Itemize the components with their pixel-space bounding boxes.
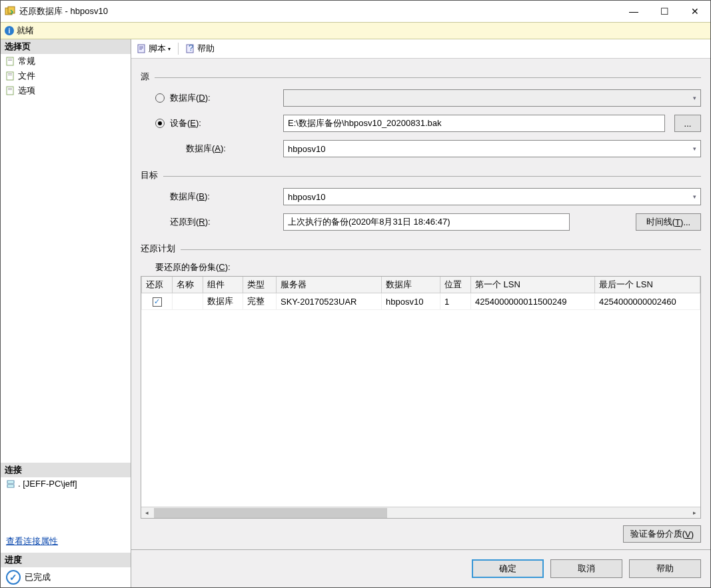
col-server[interactable]: 服务器 (277, 277, 382, 293)
svg-rect-7 (8, 75, 12, 75)
scroll-right-arrow[interactable]: ▸ (689, 508, 700, 518)
svg-rect-9 (8, 88, 12, 89)
svg-rect-8 (7, 87, 13, 95)
cell-server: SKY-20170523UAR (277, 293, 382, 310)
svg-text:?: ? (189, 44, 193, 53)
col-first-lsn[interactable]: 第一个 LSN (471, 277, 595, 293)
table-row[interactable]: ✓ 数据库 完整 SKY-20170523UAR hbposv10 1 4254… (142, 293, 700, 310)
svg-rect-3 (8, 59, 12, 59)
browse-device-button[interactable]: ... (674, 115, 701, 132)
svg-rect-11 (7, 481, 14, 483)
sidebar: 选择页 常规 文件 选项 连接 . [JEFF-PC\jeff] 查看连接属性 … (1, 39, 131, 587)
script-label: 脚本 (149, 43, 166, 55)
col-type[interactable]: 类型 (243, 277, 277, 293)
content-panel: 脚本 ▾ ? 帮助 源 数据库(D): ▾ 设备(E): ... (131, 39, 710, 587)
svg-rect-6 (8, 73, 12, 74)
col-last-lsn[interactable]: 最后一个 LSN (595, 277, 700, 293)
help-label: 帮助 (197, 43, 215, 55)
window-title: 还原数据库 - hbposv10 (19, 5, 108, 17)
sidebar-item-general[interactable]: 常规 (1, 54, 131, 69)
backupset-label: 要还原的备份集(C): (155, 261, 701, 273)
cell-last-lsn: 4254000000002460 (595, 293, 700, 310)
toolbar: 脚本 ▾ ? 帮助 (131, 39, 710, 59)
verify-media-button[interactable]: 验证备份介质(V) (623, 525, 701, 543)
page-icon (6, 57, 15, 66)
col-restore[interactable]: 还原 (142, 277, 173, 293)
device-path-input[interactable] (283, 115, 665, 132)
source-sub-db-select[interactable]: hbposv10▾ (283, 140, 701, 157)
target-db-select[interactable]: hbposv10▾ (283, 188, 701, 205)
help-icon: ? (186, 44, 195, 53)
plan-group-header: 还原计划 (141, 243, 701, 255)
svg-rect-4 (8, 60, 12, 61)
connection-text: . [JEFF-PC\jeff] (18, 479, 77, 489)
timeline-button[interactable]: 时间线(T)... (636, 213, 701, 231)
source-device-label: 设备(E): (170, 117, 283, 129)
cell-position: 1 (440, 293, 471, 310)
sidebar-progress-header: 进度 (1, 553, 131, 567)
horizontal-scrollbar[interactable]: ◂ ▸ (141, 507, 700, 518)
dropdown-icon: ▾ (168, 46, 171, 52)
col-component[interactable]: 组件 (203, 277, 243, 293)
col-database[interactable]: 数据库 (382, 277, 440, 293)
info-icon: i (5, 26, 14, 35)
help-button[interactable]: ? 帮助 (184, 42, 217, 55)
row-checkbox[interactable]: ✓ (153, 297, 162, 307)
cell-first-lsn: 4254000000011500249 (471, 293, 595, 310)
progress-status: ✓ 已完成 (1, 567, 131, 587)
restore-to-input[interactable] (283, 213, 570, 231)
sidebar-item-label: 常规 (18, 55, 35, 67)
cell-component: 数据库 (203, 293, 243, 310)
col-name[interactable]: 名称 (173, 277, 203, 293)
chevron-down-icon: ▾ (693, 145, 696, 152)
titlebar: 还原数据库 - hbposv10 — ☐ ✕ (1, 1, 710, 22)
sidebar-item-label: 文件 (18, 70, 35, 82)
restore-to-label: 还原到(R): (155, 216, 283, 228)
script-button[interactable]: 脚本 ▾ (135, 42, 173, 55)
connection-value: . [JEFF-PC\jeff] (1, 477, 131, 490)
view-connection-properties-link[interactable]: 查看连接属性 (1, 534, 131, 549)
target-db-label: 数据库(B): (155, 191, 283, 203)
radio-source-database[interactable] (155, 93, 165, 103)
sidebar-item-files[interactable]: 文件 (1, 69, 131, 83)
source-group-header: 源 (141, 71, 701, 83)
cancel-button[interactable]: 取消 (550, 559, 622, 578)
scroll-left-arrow[interactable]: ◂ (141, 508, 153, 518)
sidebar-item-label: 选项 (18, 85, 35, 97)
check-circle-icon: ✓ (6, 570, 21, 585)
progress-text: 已完成 (25, 571, 51, 583)
svg-rect-5 (7, 72, 13, 80)
backupset-grid[interactable]: 还原 名称 组件 类型 服务器 数据库 位置 第一个 LSN 最后一个 LSN (141, 276, 701, 519)
target-group-header: 目标 (141, 169, 701, 181)
dialog-footer: 确定 取消 帮助 (131, 549, 710, 587)
source-db-select[interactable]: ▾ (283, 89, 701, 107)
chevron-down-icon: ▾ (693, 95, 696, 101)
toolbar-separator (178, 43, 179, 55)
scroll-thumb[interactable] (154, 508, 387, 518)
sidebar-connection-header: 连接 (1, 463, 131, 477)
minimize-button[interactable]: — (618, 1, 649, 22)
status-text: 就绪 (17, 25, 34, 37)
source-sub-db-label: 数据库(A): (155, 143, 283, 155)
svg-rect-13 (138, 45, 145, 53)
ok-button[interactable]: 确定 (472, 559, 544, 578)
close-button[interactable]: ✕ (680, 1, 710, 22)
server-icon (6, 479, 15, 489)
help-footer-button[interactable]: 帮助 (629, 559, 701, 578)
col-position[interactable]: 位置 (440, 277, 471, 293)
cell-database: hbposv10 (382, 293, 440, 310)
sidebar-item-options[interactable]: 选项 (1, 83, 131, 98)
maximize-button[interactable]: ☐ (649, 1, 680, 22)
radio-source-device[interactable] (155, 119, 165, 128)
page-icon (6, 86, 15, 95)
svg-rect-12 (7, 485, 14, 487)
page-icon (6, 71, 15, 81)
svg-rect-2 (7, 57, 13, 65)
source-db-label: 数据库(D): (170, 92, 283, 104)
sidebar-select-page-header: 选择页 (1, 39, 131, 54)
svg-rect-10 (8, 89, 12, 90)
cell-type: 完整 (243, 293, 277, 310)
chevron-down-icon: ▾ (693, 193, 696, 200)
cell-name (173, 293, 203, 310)
script-icon (137, 44, 147, 53)
